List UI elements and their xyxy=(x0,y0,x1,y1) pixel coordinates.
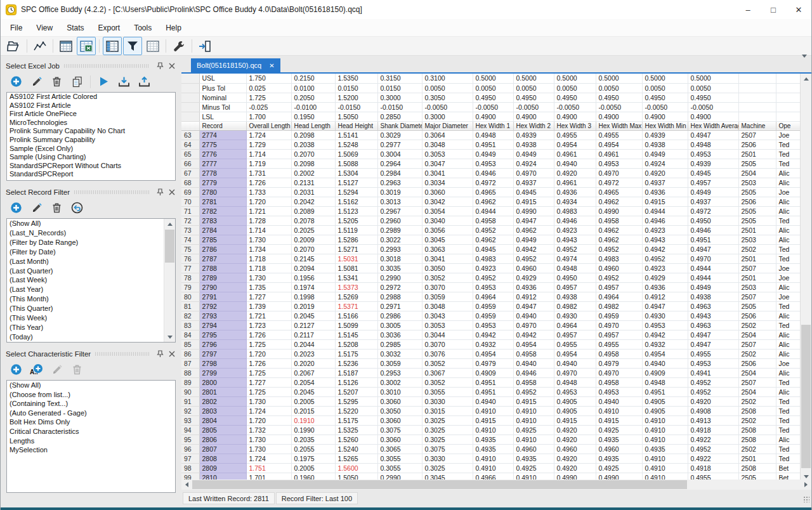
grid-cell[interactable]: 1.5123 xyxy=(335,206,377,216)
grid-cell[interactable]: 2505 xyxy=(738,187,776,197)
grid-cell[interactable]: 0.3064 xyxy=(422,130,473,140)
grid-cell[interactable]: 0.4909 xyxy=(473,368,513,377)
grid-cell[interactable]: 0.4979 xyxy=(596,358,642,368)
grid-cell[interactable]: 0.2986 xyxy=(377,311,422,320)
grid-cell[interactable]: 0.4944 xyxy=(473,206,513,216)
grid-cell[interactable]: 0.4923 xyxy=(642,263,688,273)
resize-grip[interactable] xyxy=(803,496,809,502)
grid-cell[interactable]: 0.4924 xyxy=(513,159,554,168)
grid-cell[interactable]: 1.718 xyxy=(246,263,291,273)
record-cell[interactable]: 2804 xyxy=(199,415,246,425)
record-cell[interactable]: 2785 xyxy=(199,235,246,244)
grid-cell[interactable]: 1.5031 xyxy=(335,254,377,263)
grid-cell[interactable]: 0.4953 xyxy=(554,387,596,396)
grid-cell[interactable]: 0.4915 xyxy=(596,415,642,425)
grid-cell[interactable]: 0.4948 xyxy=(688,140,738,149)
spec-label-cell[interactable]: Plus Tol xyxy=(199,83,246,93)
grid-cell[interactable]: 0.4943 xyxy=(642,235,688,244)
grid-cell[interactable]: 0.4944 xyxy=(688,273,738,282)
grid-cell[interactable]: 0.2002 xyxy=(291,168,335,178)
column-header[interactable]: Major Diameter xyxy=(422,121,473,130)
delete-button[interactable] xyxy=(49,200,64,215)
list-item[interactable]: Prolink Summary Capability No Chart xyxy=(7,127,175,136)
row-header-cell[interactable]: 64 xyxy=(181,140,199,149)
grid-cell[interactable]: 0.2117 xyxy=(291,330,335,339)
grid-cell[interactable]: 0.4949 xyxy=(642,149,688,159)
grid-cell[interactable]: 0.4947 xyxy=(688,244,738,254)
grid-cell[interactable]: 0.2984 xyxy=(377,168,422,178)
spec-value-cell[interactable] xyxy=(738,74,776,83)
grid-cell[interactable]: 0.4952 xyxy=(513,387,554,396)
grid-cell[interactable]: 0.4915 xyxy=(513,197,554,206)
row-header-cell[interactable] xyxy=(181,112,199,121)
grid-cell[interactable]: 0.4910 xyxy=(473,454,513,463)
spec-value-cell[interactable]: 0.0050 xyxy=(596,83,642,93)
grid-cell[interactable]: 0.4972 xyxy=(473,178,513,187)
grid-cell[interactable]: 0.4960 xyxy=(513,444,554,454)
grid-cell[interactable]: 0.3055 xyxy=(377,463,422,473)
grid-cell[interactable]: 0.4932 xyxy=(473,339,513,349)
grid-cell[interactable]: Alic xyxy=(776,387,801,396)
list-item[interactable]: (This Quarter) xyxy=(7,304,175,313)
grid-cell[interactable]: 0.3075 xyxy=(422,444,473,454)
grid-cell[interactable]: 0.4963 xyxy=(688,320,738,330)
grid-cell[interactable]: 0.3036 xyxy=(377,330,422,339)
grid-cell[interactable]: 0.3032 xyxy=(377,349,422,358)
grid-cell[interactable]: 0.4915 xyxy=(513,396,554,406)
exit-door-button[interactable] xyxy=(195,37,214,55)
grid-cell[interactable]: 0.4953 xyxy=(473,159,513,168)
grid-cell[interactable]: 1.719 xyxy=(246,159,291,168)
grid-cell[interactable]: 0.4970 xyxy=(513,168,554,178)
grid-cell[interactable]: Joe xyxy=(776,187,801,197)
spec-value-cell[interactable]: 0.3100 xyxy=(422,74,473,83)
grid-cell[interactable]: 0.4952 xyxy=(688,444,738,454)
record-cell[interactable]: 2791 xyxy=(199,292,246,301)
grid-cell[interactable]: 0.4949 xyxy=(473,149,513,159)
grid-cell[interactable]: 1.723 xyxy=(246,320,291,330)
filter-funnel-button[interactable] xyxy=(123,37,142,55)
grid-cell[interactable]: 0.2145 xyxy=(291,254,335,263)
grid-cell[interactable]: 0.4910 xyxy=(473,425,513,435)
spec-value-cell[interactable] xyxy=(776,93,801,102)
spec-value-cell[interactable]: -0.0050 xyxy=(513,102,554,112)
spec-label-cell[interactable]: Nominal xyxy=(199,93,246,102)
grid-cell[interactable]: 0.2070 xyxy=(291,244,335,254)
grid-cell[interactable]: 0.3002 xyxy=(377,377,422,387)
grid-cell[interactable]: 2503 xyxy=(738,178,776,187)
panel-close-icon[interactable] xyxy=(167,61,176,70)
grid-cell[interactable]: 0.4958 xyxy=(596,377,642,387)
revert-button[interactable] xyxy=(70,200,84,215)
grid-cell[interactable]: 0.4940 xyxy=(513,358,554,368)
record-cell[interactable]: 2802 xyxy=(199,396,246,406)
grid-cell[interactable]: 1.5304 xyxy=(335,168,377,178)
grid-cell[interactable]: Ted xyxy=(776,140,801,149)
list-item[interactable]: (This Year) xyxy=(7,323,175,332)
grid-cell[interactable]: 0.4910 xyxy=(513,435,554,444)
grid-cell[interactable]: 0.4961 xyxy=(554,149,596,159)
grid-cell[interactable]: 0.4948 xyxy=(473,130,513,140)
grid-cell[interactable]: 0.2993 xyxy=(377,244,422,254)
panel-close-icon[interactable] xyxy=(167,187,176,197)
record-cell[interactable]: 2807 xyxy=(199,444,246,454)
row-header-cell[interactable]: 83 xyxy=(181,320,199,330)
grid-cell[interactable]: 2502 xyxy=(738,244,776,254)
grid-cell[interactable]: 0.4959 xyxy=(473,301,513,311)
list-item[interactable]: (Last Month) xyxy=(7,257,175,266)
grid-cell[interactable]: 0.4910 xyxy=(642,415,688,425)
grid-cell[interactable]: 1.726 xyxy=(246,358,291,368)
list-item[interactable]: (Show All) xyxy=(7,381,175,390)
panel-close-icon[interactable] xyxy=(167,349,176,358)
grid-cell[interactable]: 0.3022 xyxy=(377,235,422,244)
grid-cell[interactable]: 0.4948 xyxy=(642,377,688,387)
spec-value-cell[interactable]: -0.025 xyxy=(246,102,291,112)
scroll-up-icon[interactable] xyxy=(801,74,811,84)
record-cell[interactable]: 2805 xyxy=(199,425,246,435)
grid-cell[interactable]: 0.2964 xyxy=(377,159,422,168)
grid-cell[interactable]: 0.4920 xyxy=(554,425,596,435)
grid-cell[interactable]: 1.5145 xyxy=(335,330,377,339)
grid-cell[interactable]: 0.2042 xyxy=(291,197,335,206)
menu-tools[interactable]: Tools xyxy=(127,21,159,35)
spec-value-cell[interactable]: 0.4900 xyxy=(554,112,596,121)
list-item[interactable]: (This Week) xyxy=(7,313,175,323)
grid-cell[interactable]: 0.4952 xyxy=(688,377,738,387)
